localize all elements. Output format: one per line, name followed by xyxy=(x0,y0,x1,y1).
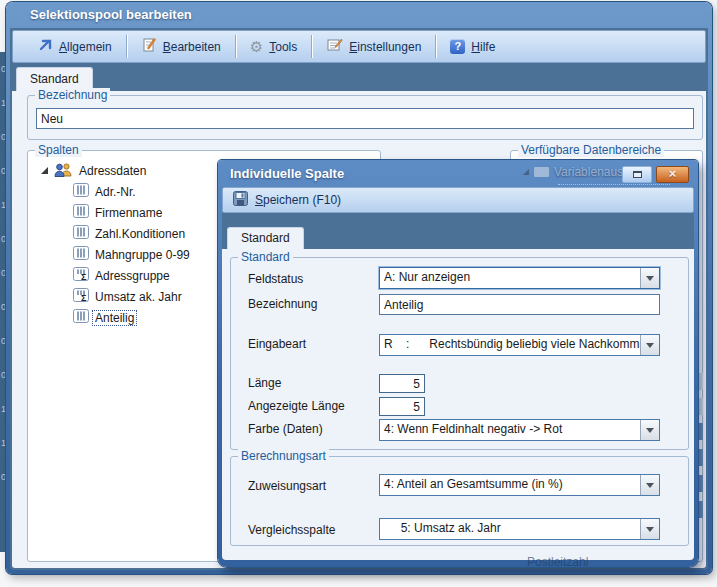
main-titlebar[interactable]: Selektionspool bearbeiten xyxy=(6,2,712,27)
eingabeart-combobox[interactable]: R : Rechtsbündig beliebig viele Nachkomm… xyxy=(379,334,660,356)
main-tabstrip: Standard xyxy=(12,65,706,91)
bezeichnung-field-label: Bezeichnung xyxy=(248,297,317,311)
dropdown-button[interactable] xyxy=(640,475,659,495)
zuweisungsart-value: 4: Anteil an Gesamtsumme (in %) xyxy=(380,475,640,495)
column-icon xyxy=(73,204,89,221)
svg-text:Σ: Σ xyxy=(81,272,87,281)
column-icon xyxy=(73,309,89,326)
angezeigte-laenge-label: Angezeigte Länge xyxy=(248,399,345,413)
individuelle-spalte-dialog: Individuelle Spalte Variablenauswahl × S… xyxy=(218,160,698,567)
save-icon xyxy=(233,191,248,209)
menu-separator xyxy=(311,35,312,58)
bezeichnung-group-label: Bezeichnung xyxy=(35,88,110,102)
farbe-combobox[interactable]: 4: Wenn Feldinhalt negativ -> Rot xyxy=(379,419,660,441)
restore-icon xyxy=(633,171,642,178)
dialog-body: Speichern (F10) Standard Standard Feldst… xyxy=(222,187,694,560)
dropdown-button[interactable] xyxy=(640,268,659,288)
menu-label: Einstellungen xyxy=(349,40,421,54)
dropdown-button[interactable] xyxy=(640,420,659,440)
farbe-label: Farbe (Daten) xyxy=(248,422,323,436)
dialog-titlebar[interactable]: Individuelle Spalte Variablenauswahl × xyxy=(218,160,698,187)
help-icon: ? xyxy=(450,39,465,54)
chevron-down-icon xyxy=(646,428,654,433)
eingabeart-label: Eingabeart xyxy=(248,337,306,351)
menu-allgemein[interactable]: Allgemein xyxy=(25,31,124,62)
column-icon xyxy=(73,183,89,200)
vergleichsspalte-label: Vergleichsspalte xyxy=(248,523,335,537)
menu-hilfe[interactable]: ? Hilfe xyxy=(438,31,507,62)
gears-icon: ⚙ xyxy=(250,39,263,54)
chevron-down-icon xyxy=(646,276,654,281)
dropdown-button[interactable] xyxy=(640,335,659,355)
tree-item-label: Zahl.Konditionen xyxy=(95,227,185,241)
contacts-icon xyxy=(54,162,73,180)
edit-document-icon xyxy=(141,37,157,56)
dialog-toolbar: Speichern (F10) xyxy=(222,187,694,213)
arrow-up-right-icon xyxy=(37,37,53,56)
screen: 0 1 0 0 1 0 0 0 0 0 1 1 0 Selektionspool… xyxy=(0,0,717,587)
tree-item-label: Mahngruppe 0-99 xyxy=(95,248,190,262)
column-icon xyxy=(73,246,89,263)
berechnungsart-group-label: Berechnungsart xyxy=(238,449,329,463)
menu-separator xyxy=(435,35,436,58)
settings-document-icon xyxy=(326,37,343,56)
menu-einstellungen[interactable]: Einstellungen xyxy=(314,31,433,62)
feldstatus-combobox[interactable]: A: Nur anzeigen xyxy=(379,267,660,289)
zuweisungsart-label: Zuweisungsart xyxy=(248,479,326,493)
menu-separator xyxy=(235,35,236,58)
expander-icon xyxy=(523,169,529,175)
menu-label: Hilfe xyxy=(471,40,495,54)
save-button[interactable]: Speichern (F10) xyxy=(255,193,341,207)
tree-item-label: Anteilig xyxy=(92,310,137,326)
menu-tools[interactable]: ⚙ Tools xyxy=(238,31,309,62)
laenge-label: Länge xyxy=(248,376,281,390)
farbe-value: 4: Wenn Feldinhalt negativ -> Rot xyxy=(380,420,640,440)
dialog-title: Individuelle Spalte xyxy=(230,166,344,181)
main-menubar: Allgemein Bearbeiten ⚙ Tools xyxy=(12,30,706,63)
laenge-input[interactable]: 5 xyxy=(379,374,425,393)
vergleichsspalte-value: 5: Umsatz ak. Jahr xyxy=(380,519,640,539)
feldstatus-label: Feldstatus xyxy=(248,272,303,286)
restore-button[interactable] xyxy=(622,166,652,183)
menu-label: Allgemein xyxy=(59,40,112,54)
vergleichsspalte-combobox[interactable]: 5: Umsatz ak. Jahr xyxy=(379,518,660,540)
menu-label: Tools xyxy=(269,40,297,54)
angezeigte-laenge-input[interactable]: 5 xyxy=(379,397,425,416)
bezeichnung-groupbox: Bezeichnung Neu xyxy=(27,95,703,140)
column-sum-icon: Σ xyxy=(73,267,89,284)
dialog-window-buttons: × xyxy=(622,166,689,183)
chevron-down-icon xyxy=(646,343,654,348)
bezeichnung-input[interactable]: Neu xyxy=(36,108,694,129)
column-icon xyxy=(73,225,89,242)
dialog-berechnungsart-groupbox: Berechnungsart Zuweisungsart 4: Anteil a… xyxy=(230,456,689,546)
expander-icon[interactable] xyxy=(41,167,48,174)
bezeichnung-field-input[interactable]: Anteilig xyxy=(379,294,660,315)
menu-label: Bearbeiten xyxy=(163,40,221,54)
chevron-down-icon xyxy=(646,527,654,532)
tab-standard-dialog[interactable]: Standard xyxy=(227,227,304,249)
main-window-title: Selektionspool bearbeiten xyxy=(30,7,192,22)
menu-separator xyxy=(126,35,127,58)
column-sum-icon: Σ xyxy=(73,288,89,305)
standard-group-label: Standard xyxy=(238,250,293,264)
datenbereiche-group-label: Verfügbare Datenbereiche xyxy=(518,143,664,157)
zuweisungsart-combobox[interactable]: 4: Anteil an Gesamtsumme (in %) xyxy=(379,474,660,496)
svg-text:Σ: Σ xyxy=(81,293,87,302)
dialog-standard-groupbox: Standard Feldstatus A: Nur anzeigen Beze… xyxy=(230,257,689,450)
tree-item-label: Adr.-Nr. xyxy=(95,185,136,199)
glass-ghost-focus-rect xyxy=(558,184,670,185)
dropdown-button[interactable] xyxy=(640,519,659,539)
tree-item-label: Firmenname xyxy=(95,206,162,220)
close-button[interactable]: × xyxy=(656,166,689,183)
dialog-tabpanel: Standard Feldstatus A: Nur anzeigen Beze… xyxy=(222,249,694,560)
tree-item-label: Umsatz ak. Jahr xyxy=(95,290,182,304)
tree-item-label: Adressgruppe xyxy=(95,269,170,283)
spalten-group-label: Spalten xyxy=(35,143,82,157)
chevron-down-icon xyxy=(646,483,654,488)
tree-node-label: Adressdaten xyxy=(79,164,146,178)
menu-bearbeiten[interactable]: Bearbeiten xyxy=(129,31,233,62)
eingabeart-value: R : Rechtsbündig beliebig viele Nachkomm… xyxy=(380,335,640,355)
feldstatus-value: A: Nur anzeigen xyxy=(380,268,640,288)
folder-icon xyxy=(534,167,549,177)
